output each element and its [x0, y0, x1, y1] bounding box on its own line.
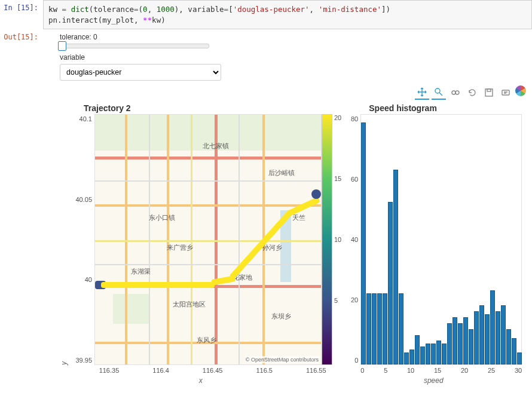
speed-histogram: Speed histogram 80 60 40 20 0 0 5 10 15 — [345, 103, 522, 385]
hist-bar — [361, 122, 366, 364]
svg-point-0 — [435, 88, 440, 93]
hist-bar — [426, 344, 430, 364]
hist-bar — [506, 329, 511, 364]
bokeh-toolbar — [60, 85, 532, 100]
save-icon[interactable] — [482, 85, 496, 100]
wheel-zoom-icon[interactable] — [448, 85, 463, 100]
output-area: tolerance: 0 variable douglas-peucker Tr… — [43, 29, 532, 385]
hist-bar — [399, 293, 403, 364]
svg-rect-5 — [502, 90, 509, 95]
hist-x-axis-label: speed — [424, 376, 444, 385]
hist-bar — [517, 352, 522, 364]
bokeh-logo-icon[interactable] — [515, 85, 526, 96]
hist-bar — [479, 305, 484, 364]
hist-bar — [436, 341, 441, 364]
map-y-axis-label: y — [60, 117, 68, 365]
input-prompt: In [15]: — [0, 0, 43, 29]
hist-bar — [377, 293, 382, 364]
map-title: Trajectory 2 — [84, 103, 131, 113]
variable-label: variable — [60, 53, 532, 62]
hist-bar — [442, 344, 447, 364]
hist-y-axis: 80 60 40 20 0 — [345, 114, 360, 365]
box-zoom-icon[interactable] — [432, 85, 446, 100]
hist-bar — [388, 202, 393, 364]
map-x-axis: 116.35 116.4 116.45 116.5 116.55 — [99, 365, 326, 374]
hist-bar — [512, 338, 516, 364]
hist-bar — [366, 293, 371, 364]
tolerance-slider[interactable] — [60, 44, 209, 48]
reset-icon[interactable] — [465, 85, 479, 100]
hist-bar — [372, 293, 377, 364]
svg-rect-4 — [487, 89, 491, 91]
hist-bar — [463, 317, 468, 364]
hist-bar — [431, 344, 436, 364]
colorbar — [322, 114, 332, 365]
svg-point-2 — [455, 91, 459, 94]
pan-icon[interactable] — [415, 85, 429, 100]
hist-bar — [496, 311, 500, 364]
hist-title: Speed histogram — [369, 103, 437, 113]
hist-bar — [393, 170, 398, 364]
hist-bar — [409, 350, 414, 364]
hist-bar — [383, 293, 387, 364]
hist-bar — [490, 290, 495, 364]
slider-thumb[interactable] — [58, 41, 66, 51]
svg-point-1 — [452, 91, 455, 94]
hist-bar — [447, 323, 452, 364]
variable-select[interactable]: douglas-peucker — [60, 64, 221, 81]
tolerance-label: tolerance: 0 — [60, 33, 532, 41]
colorbar-ticks: 20 15 10 5 — [334, 114, 341, 365]
hist-bar — [474, 311, 479, 364]
hist-bar — [501, 305, 506, 364]
map-attribution: © OpenStreetMap contributors — [244, 356, 320, 363]
map-x-axis-label: x — [199, 376, 203, 385]
trajectory-chart: Trajectory 2 y 40.1 40.05 40 39.95 — [60, 103, 341, 385]
hist-bar — [458, 323, 463, 364]
map-canvas[interactable]: 北七家镇 后沙峪镇 东小口镇 来广营乡 孙河乡 东湖渠 花家地 太阳宫地区 东坝… — [94, 114, 322, 365]
map-y-axis: 40.1 40.05 40 39.95 — [71, 114, 94, 365]
hist-canvas[interactable] — [360, 114, 522, 365]
hist-bar — [420, 347, 425, 364]
svg-rect-3 — [485, 89, 493, 96]
hover-icon[interactable] — [499, 85, 513, 100]
code-cell[interactable]: kw = dict(tolerance=(0, 1000), variable=… — [43, 0, 532, 29]
hist-bar — [404, 352, 409, 364]
hist-bar — [469, 329, 473, 364]
output-prompt: Out[15]: — [0, 29, 43, 385]
hist-bar — [485, 314, 490, 364]
hist-bar — [415, 335, 420, 364]
hist-bar — [452, 317, 457, 364]
hist-x-axis: 0 5 10 15 20 25 30 — [360, 365, 522, 374]
